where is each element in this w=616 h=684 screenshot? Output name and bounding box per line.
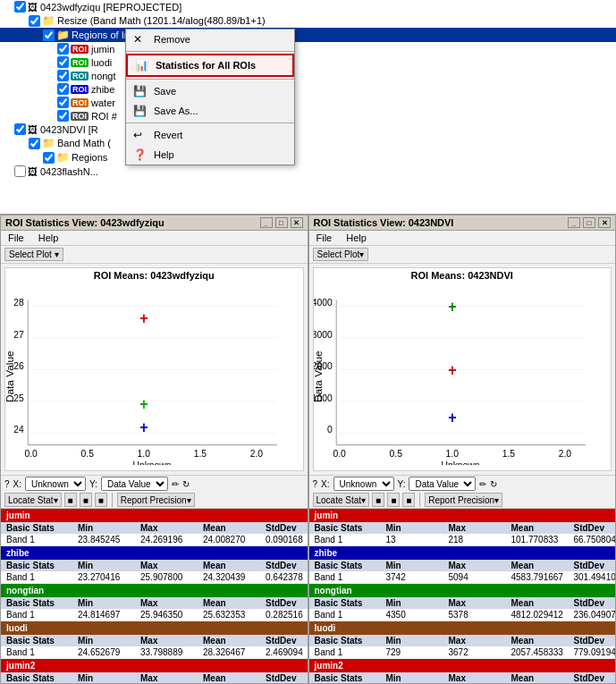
left-menu-file[interactable]: File — [4, 232, 28, 244]
tree-item-9[interactable]: 🖼0423NDVI [R — [0, 122, 616, 136]
col-header-4-0: Basic Stats — [6, 673, 78, 683]
cell-1-0-0: Band 1 — [6, 572, 78, 582]
tree-checkbox-7[interactable] — [57, 97, 69, 108]
stats-data-row-0-0: Band 113218101.77083366.750804 — [309, 534, 616, 546]
tree-checkbox-1[interactable] — [29, 15, 40, 27]
stats-section-header-1: zhibe — [309, 546, 616, 560]
col-header-2-4: StdDev — [266, 598, 308, 608]
tree-checkbox-12[interactable] — [14, 165, 26, 177]
tree-checkbox-4[interactable] — [57, 56, 69, 68]
stats-col-header-3: Basic StatsMinMaxMeanStdDev — [1, 635, 308, 646]
menu-item-remove[interactable]: ✕Remove — [126, 30, 294, 49]
cell-2-0-4: 0.282516 — [266, 610, 308, 620]
svg-text:0.0: 0.0 — [333, 447, 345, 459]
tree-item-12[interactable]: 🖼0423flashN... — [0, 165, 616, 178]
tree-checkbox-3[interactable] — [57, 43, 69, 55]
left-locate-stat-btn[interactable]: Locate Stat▾ — [4, 493, 62, 507]
tree-item-2[interactable]: 📁Regions of Interest — [0, 28, 616, 42]
menu-item-help[interactable]: ❓Help — [126, 145, 294, 165]
right-menu-file[interactable]: File — [313, 232, 336, 244]
tree-item-11[interactable]: 📁Regions — [0, 150, 616, 165]
right-x-select[interactable]: Unknown — [333, 477, 394, 491]
tree-item-4[interactable]: ROIluodi — [0, 55, 616, 69]
tree-checkbox-0[interactable] — [14, 1, 26, 13]
tree-item-8[interactable]: ROIROI # — [0, 109, 616, 122]
left-status-bar: ? X: Unknown Y: Data Value ✏ ↻ — [1, 475, 308, 492]
cell-1-0-2: 25.907800 — [140, 572, 203, 582]
menu-label-revert: Revert — [154, 130, 182, 140]
menu-icon-save: 💾 — [133, 85, 149, 97]
tree-checkbox-10[interactable] — [29, 138, 40, 149]
tree-item-6[interactable]: ROIzhibe — [0, 82, 616, 96]
col-header-1-2: Max — [449, 561, 511, 570]
tree-label-9: 0423NDVI [R — [40, 124, 98, 135]
cell-1-0-3: 24.320439 — [203, 572, 266, 582]
svg-text:+: + — [139, 308, 148, 327]
left-report-precision-btn[interactable]: Report Precision▾ — [117, 493, 195, 507]
menu-item-save[interactable]: 💾Save — [126, 81, 294, 101]
tree-item-10[interactable]: 📁Band Math ( — [0, 136, 616, 150]
menu-item-stats[interactable]: 📊Statistics for All ROIs — [126, 54, 294, 77]
left-minimize-btn[interactable]: _ — [260, 217, 273, 228]
right-y-select[interactable]: Data Value — [409, 477, 476, 491]
tree-checkbox-6[interactable] — [57, 83, 69, 95]
cell-1-0-2: 5094 — [449, 572, 511, 582]
col-header-2-3: Mean — [511, 598, 574, 608]
cell-2-0-1: 4350 — [386, 610, 449, 620]
tree-item-3[interactable]: ROIjumin — [0, 42, 616, 55]
left-y-select[interactable]: Data Value — [101, 477, 168, 491]
left-chart-inner: 28 27 26 25 24 0.0 0.5 1.0 1.5 2.0 — [5, 283, 303, 465]
right-question-icon: ? — [313, 479, 318, 489]
tree-checkbox-8[interactable] — [57, 110, 69, 122]
left-img-btn-3[interactable]: ■ — [95, 493, 107, 507]
tree-item-5[interactable]: ROInongt — [0, 69, 616, 82]
right-select-plot-btn[interactable]: Select Plot▾ — [313, 248, 369, 261]
menu-icon-help: ❓ — [133, 148, 149, 161]
col-header-0-2: Max — [449, 523, 511, 533]
col-header-1-3: Mean — [511, 561, 574, 570]
tree-checkbox-5[interactable] — [57, 70, 69, 81]
tree-checkbox-9[interactable] — [14, 123, 26, 135]
left-img-btn-2[interactable]: ■ — [80, 493, 92, 507]
left-refresh-icon[interactable]: ↻ — [182, 479, 190, 489]
left-select-plot-btn[interactable]: Select Plot ▾ — [4, 248, 63, 261]
menu-icon-stats: 📊 — [135, 59, 151, 72]
right-locate-stat-btn[interactable]: Locate Stat▾ — [313, 493, 370, 507]
right-report-precision-btn[interactable]: Report Precision▾ — [425, 493, 502, 507]
right-window-titlebar: ROI Statistics View: 0423NDVI _ □ ✕ — [309, 215, 616, 231]
left-close-btn[interactable]: ✕ — [291, 217, 303, 228]
left-y-label: Y: — [89, 479, 97, 489]
left-stats-table[interactable]: juminBasic StatsMinMaxMeanStdDevBand 123… — [1, 509, 308, 683]
right-pencil-icon[interactable]: ✏ — [479, 479, 486, 489]
left-x-select[interactable]: Unknown — [25, 477, 86, 491]
left-img-btn-1[interactable]: ■ — [64, 493, 77, 507]
right-minimize-btn[interactable]: _ — [568, 217, 580, 228]
menu-item-revert[interactable]: ↩Revert — [126, 125, 294, 145]
right-restore-btn[interactable]: □ — [583, 217, 595, 228]
left-x-label: X: — [13, 479, 21, 489]
tree-label-10: Band Math ( — [57, 138, 111, 148]
left-menu-help[interactable]: Help — [35, 232, 63, 244]
right-menu-help[interactable]: Help — [342, 232, 370, 244]
right-stats-table[interactable]: juminBasic StatsMinMaxMeanStdDevBand 113… — [309, 509, 616, 683]
menu-item-save-as[interactable]: 💾Save As... — [126, 101, 294, 121]
tree-checkbox-11[interactable] — [43, 152, 55, 164]
tree-item-1[interactable]: 📁Resize (Band Math (1201.14/alog(480.89/… — [0, 13, 616, 28]
tree-label-6: zhibe — [91, 84, 114, 95]
left-pencil-icon[interactable]: ✏ — [172, 479, 179, 489]
tree-item-7[interactable]: ROIwater — [0, 96, 616, 109]
right-status-bar: ? X: Unknown Y: Data Value ✏ ↻ — [309, 475, 616, 492]
right-refresh-icon[interactable]: ↻ — [490, 479, 497, 489]
right-img-btn-1[interactable]: ■ — [372, 493, 384, 507]
stats-col-header-0: Basic StatsMinMaxMeanStdDev — [309, 522, 616, 534]
right-close-btn[interactable]: ✕ — [598, 217, 611, 228]
right-img-btn-3[interactable]: ■ — [402, 493, 415, 507]
tree-checkbox-2[interactable] — [43, 30, 55, 41]
cell-2-0-1: 24.814697 — [78, 610, 140, 620]
menu-label-remove: Remove — [154, 34, 190, 45]
left-restore-btn[interactable]: □ — [275, 217, 288, 228]
context-menu: ✕Remove📊Statistics for All ROIs💾Save💾Sav… — [125, 29, 295, 165]
cell-2-0-3: 25.632353 — [203, 610, 266, 620]
right-img-btn-2[interactable]: ■ — [387, 493, 400, 507]
tree-item-0[interactable]: 🖼0423wdfyziqu [REPROJECTED] — [0, 0, 616, 13]
